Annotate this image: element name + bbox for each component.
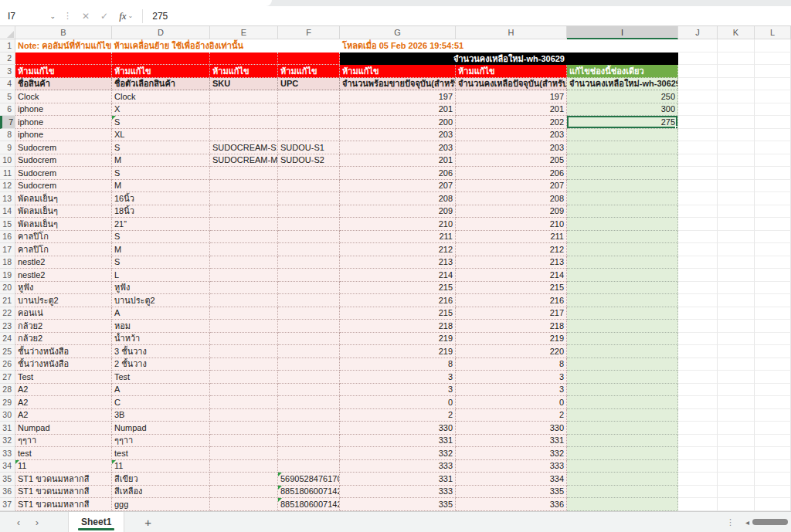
cell-D26[interactable]: 2 ชั้นวาง <box>112 358 210 371</box>
cell-F26[interactable] <box>278 358 340 371</box>
row-header-19[interactable]: 19 <box>0 269 15 282</box>
cell-D9[interactable]: S <box>112 141 210 154</box>
cell-E16[interactable] <box>210 231 278 244</box>
cell-L3[interactable] <box>755 65 791 78</box>
cell-K37[interactable] <box>718 498 755 511</box>
cell-H1[interactable] <box>456 39 567 53</box>
cell-J24[interactable] <box>678 333 718 346</box>
cell-B34[interactable]: 11 <box>15 460 112 473</box>
scrollbar-dots-icon[interactable]: ⋮ <box>726 517 745 527</box>
cell-E32[interactable] <box>210 435 278 448</box>
column-header-G[interactable]: G <box>340 26 456 39</box>
cell-B21[interactable]: บานประตู2 <box>15 294 112 307</box>
cell-J11[interactable] <box>678 167 718 180</box>
cell-G23[interactable]: 218 <box>340 320 456 333</box>
row-header-2[interactable]: 2 <box>0 53 15 66</box>
cell-E31[interactable] <box>210 422 278 435</box>
cell-G4[interactable]: จำนวนพร้อมขายปัจจุบัน(สำหรับ <box>340 78 456 91</box>
cell-D2[interactable] <box>112 53 210 66</box>
cell-H30[interactable]: 2 <box>456 409 567 422</box>
cell-I3[interactable]: แก้ไขช่องนี้ช่องเดียว <box>567 65 678 78</box>
cell-G3[interactable]: ห้ามแก้ไข <box>340 65 456 78</box>
cell-D13[interactable]: 16นิ้ว <box>112 192 210 205</box>
cell-L35[interactable] <box>755 473 791 486</box>
row-header-16[interactable]: 16 <box>0 231 15 244</box>
row-header-28[interactable]: 28 <box>0 384 15 397</box>
cell-J1[interactable] <box>678 39 718 53</box>
select-all-corner[interactable] <box>0 26 15 39</box>
cell-J16[interactable] <box>678 231 718 244</box>
cell-H18[interactable]: 213 <box>456 256 567 269</box>
cell-I34[interactable] <box>567 460 678 473</box>
cell-J3[interactable] <box>678 65 718 78</box>
cell-I23[interactable] <box>567 320 678 333</box>
cell-D32[interactable]: ๆๆาา <box>112 435 210 448</box>
cell-E24[interactable] <box>210 333 278 346</box>
cell-D10[interactable]: M <box>112 154 210 168</box>
cell-H5[interactable]: 197 <box>456 90 567 103</box>
row-header-21[interactable]: 21 <box>0 294 15 307</box>
cell-J6[interactable] <box>678 103 718 117</box>
cell-L27[interactable] <box>755 371 791 384</box>
cell-B23[interactable]: กล้วย2 <box>15 320 112 333</box>
cell-D27[interactable]: Test <box>112 371 210 384</box>
cell-D30[interactable]: 3B <box>112 409 210 422</box>
cell-K27[interactable] <box>718 371 755 384</box>
cell-D7[interactable]: S <box>112 116 210 129</box>
cell-J26[interactable] <box>678 358 718 371</box>
cell-G26[interactable]: 8 <box>340 358 456 371</box>
cell-H27[interactable]: 3 <box>456 371 567 384</box>
scroll-left-icon[interactable]: ◂ <box>745 518 749 527</box>
cell-I29[interactable] <box>567 396 678 409</box>
cell-L19[interactable] <box>755 269 791 282</box>
cell-J9[interactable] <box>678 141 718 154</box>
cell-H16[interactable]: 211 <box>456 231 567 244</box>
cell-B28[interactable]: A2 <box>15 384 112 397</box>
cell-K32[interactable] <box>718 435 755 448</box>
cell-K6[interactable] <box>718 103 755 117</box>
cell-B16[interactable]: คาลปิโก <box>15 231 112 244</box>
cell-G20[interactable]: 215 <box>340 282 456 295</box>
cell-F25[interactable] <box>278 345 340 358</box>
row-header-18[interactable]: 18 <box>0 256 15 269</box>
cell-B5[interactable]: Clock <box>15 90 112 103</box>
cell-F9[interactable]: SUDOU-S1 <box>278 141 340 154</box>
cell-H33[interactable]: 332 <box>456 447 567 460</box>
cell-E5[interactable] <box>210 90 278 103</box>
cell-H28[interactable]: 3 <box>456 384 567 397</box>
cell-F35[interactable]: 5690528476170 <box>278 473 340 486</box>
cell-B7[interactable]: iphone <box>15 116 112 129</box>
cancel-icon[interactable]: ✕ <box>76 11 95 22</box>
row-header-14[interactable]: 14 <box>0 205 15 219</box>
cell-D37[interactable]: ggg <box>112 498 210 511</box>
cell-H6[interactable]: 201 <box>456 103 567 117</box>
cell-F32[interactable] <box>278 435 340 448</box>
cell-K2[interactable] <box>718 53 755 66</box>
cell-F28[interactable] <box>278 384 340 397</box>
cell-H22[interactable]: 217 <box>456 307 567 320</box>
row-header-15[interactable]: 15 <box>0 218 15 231</box>
cell-H11[interactable]: 206 <box>456 167 567 180</box>
cell-B11[interactable]: Sudocrem <box>15 167 112 180</box>
cell-K36[interactable] <box>718 486 755 499</box>
cell-I30[interactable] <box>567 409 678 422</box>
cell-F37[interactable]: 8851806007142 <box>278 498 340 511</box>
cell-H14[interactable]: 209 <box>456 205 567 219</box>
cell-L28[interactable] <box>755 384 791 397</box>
cell-G16[interactable]: 211 <box>340 231 456 244</box>
cell-E17[interactable] <box>210 243 278 256</box>
cell-I37[interactable] <box>567 498 678 511</box>
cell-E27[interactable] <box>210 371 278 384</box>
cell-B35[interactable]: ST1 ขวดนมหลากสี <box>15 473 112 486</box>
cell-L32[interactable] <box>755 435 791 448</box>
cell-K9[interactable] <box>718 141 755 154</box>
cell-F13[interactable] <box>278 192 340 205</box>
cell-J22[interactable] <box>678 307 718 320</box>
cell-B19[interactable]: nestle2 <box>15 269 112 282</box>
cell-G32[interactable]: 331 <box>340 435 456 448</box>
cell-H25[interactable]: 220 <box>456 345 567 358</box>
cell-E30[interactable] <box>210 409 278 422</box>
column-header-K[interactable]: K <box>718 26 755 39</box>
row-header-20[interactable]: 20 <box>0 282 15 295</box>
cell-I6[interactable]: 300 <box>567 103 678 117</box>
